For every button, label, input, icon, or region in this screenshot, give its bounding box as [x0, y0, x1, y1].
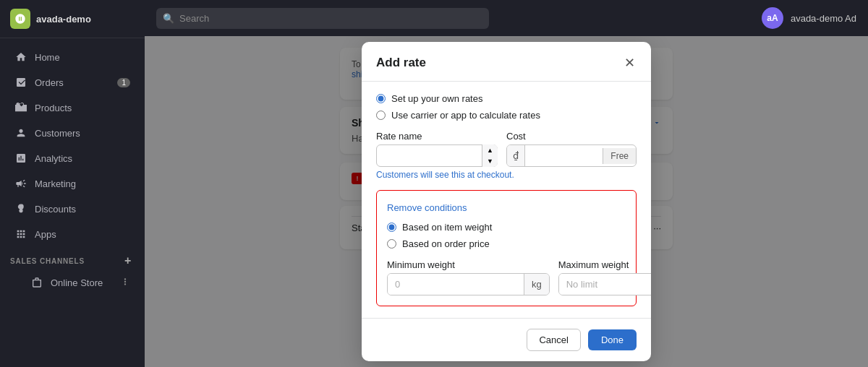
min-weight-unit: kg: [524, 274, 549, 295]
sidebar-nav: Home Orders 1 Products Customers: [0, 38, 145, 367]
sidebar-item-home[interactable]: Home: [4, 45, 140, 69]
store-name: avada-demo: [36, 14, 91, 25]
modal-body: Set up your own rates Use carrier or app…: [362, 82, 651, 318]
add-rate-modal: Add rate ✕ Set up your own rates Use car…: [362, 42, 651, 361]
marketing-icon: [14, 177, 27, 190]
orders-badge: 1: [117, 78, 130, 87]
stepper-down[interactable]: ▼: [482, 156, 498, 168]
customers-icon: [14, 126, 27, 139]
cost-prefix: ₫: [507, 145, 525, 166]
customers-checkout-note: Customers will see this at checkout.: [376, 170, 637, 180]
topbar-right: aA avada-demo Ad: [762, 7, 856, 29]
content-area: To charge different rates for only certa…: [145, 36, 868, 367]
sidebar-item-analytics[interactable]: Analytics: [4, 146, 140, 170]
modal-close-button[interactable]: ✕: [623, 53, 637, 72]
rate-type-radio-group: Set up your own rates Use carrier or app…: [376, 93, 637, 121]
max-weight-input[interactable]: [559, 274, 651, 295]
avatar: aA: [762, 7, 783, 29]
sidebar-item-marketing[interactable]: Marketing: [4, 171, 140, 196]
radio-carrier-rates[interactable]: Use carrier or app to calculate rates: [376, 110, 637, 121]
rate-name-input[interactable]: [376, 144, 498, 167]
sidebar-item-apps[interactable]: Apps: [4, 222, 140, 246]
add-sales-channel-button[interactable]: +: [122, 254, 135, 267]
discounts-icon: [14, 202, 27, 215]
cost-free-badge[interactable]: Free: [603, 148, 636, 164]
sidebar-header: avada-demo: [0, 0, 145, 38]
min-weight-label: Minimum weight: [387, 259, 550, 270]
topbar: 🔍 aA avada-demo Ad: [145, 0, 868, 36]
sidebar-item-online-store[interactable]: Online Store: [4, 271, 140, 294]
min-weight-input[interactable]: [388, 274, 524, 295]
max-weight-input-wrap: kg: [558, 273, 651, 295]
rate-name-stepper: ▲ ▼: [482, 144, 498, 167]
sidebar-item-customers[interactable]: Customers: [4, 121, 140, 145]
apps-icon: [14, 228, 27, 241]
radio-order-price[interactable]: Based on order price: [387, 238, 626, 249]
sidebar-item-discounts[interactable]: Discounts: [4, 197, 140, 221]
analytics-icon: [14, 152, 27, 165]
min-weight-group: Minimum weight kg: [387, 259, 550, 295]
products-icon: [14, 101, 27, 114]
cancel-button[interactable]: Cancel: [527, 329, 580, 351]
radio-item-weight[interactable]: Based on item weight: [387, 222, 626, 233]
main: 🔍 aA avada-demo Ad To charge different r…: [145, 0, 868, 367]
sidebar-item-orders[interactable]: Orders 1: [4, 70, 140, 95]
home-icon: [14, 51, 27, 64]
radio-item-weight-input[interactable]: [387, 223, 396, 232]
sidebar-logo: [10, 9, 30, 29]
cost-label: Cost: [506, 131, 637, 142]
search-bar: 🔍: [156, 8, 489, 29]
weight-form-row: Minimum weight kg Maximum weight: [387, 259, 626, 295]
sales-channels-label: SALES CHANNELS +: [0, 247, 145, 270]
max-weight-label: Maximum weight: [558, 259, 651, 270]
cost-group: Cost ₫ 0 Free: [506, 131, 637, 167]
cost-input-wrap: ₫ 0 Free: [506, 144, 637, 167]
radio-own-rates-input[interactable]: [376, 94, 386, 103]
search-icon: 🔍: [163, 13, 174, 24]
modal-overlay: Add rate ✕ Set up your own rates Use car…: [145, 36, 868, 367]
remove-conditions-link[interactable]: Remove conditions: [387, 202, 467, 213]
done-button[interactable]: Done: [588, 329, 637, 350]
sidebar-item-products[interactable]: Products: [4, 95, 140, 120]
modal-footer: Cancel Done: [362, 318, 651, 361]
rate-name-input-wrap: ▲ ▼: [376, 144, 498, 167]
radio-carrier-rates-input[interactable]: [376, 111, 386, 120]
topbar-username: avada-demo Ad: [791, 13, 856, 24]
search-input[interactable]: [156, 8, 489, 29]
radio-order-price-input[interactable]: [387, 239, 396, 249]
conditions-radio-group: Based on item weight Based on order pric…: [387, 222, 626, 249]
orders-icon: [14, 76, 27, 89]
min-weight-input-wrap: kg: [387, 273, 550, 295]
modal-header: Add rate ✕: [362, 42, 651, 82]
online-store-icon: [30, 276, 43, 289]
conditions-box: Remove conditions Based on item weight B…: [376, 190, 637, 306]
online-store-settings-icon[interactable]: [120, 277, 130, 289]
rate-name-cost-row: Rate name ▲ ▼ Cost: [376, 131, 637, 167]
stepper-up[interactable]: ▲: [482, 144, 498, 156]
max-weight-group: Maximum weight kg: [558, 259, 651, 295]
rate-name-label: Rate name: [376, 131, 498, 142]
radio-own-rates[interactable]: Set up your own rates: [376, 93, 637, 104]
sidebar: avada-demo Home Orders 1 Products: [0, 0, 145, 367]
modal-title: Add rate: [376, 56, 426, 70]
cost-input[interactable]: 0: [525, 145, 603, 166]
rate-name-group: Rate name ▲ ▼: [376, 131, 498, 167]
